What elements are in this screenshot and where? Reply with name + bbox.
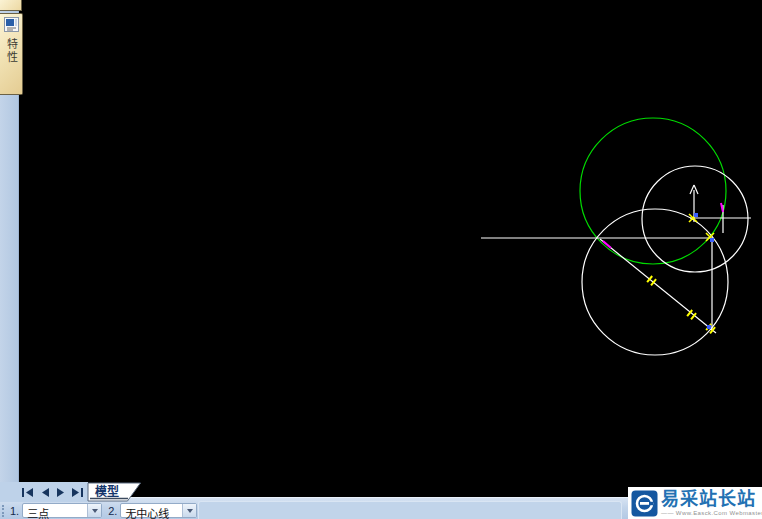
toolbar-grip-handle[interactable] [2,505,4,517]
grip-square-marker [710,238,714,242]
field-1-value: 三点 [23,504,87,517]
application-window: 特性 1. 三点 2. 无中心线 [0,0,762,519]
properties-palette-icon [4,17,19,32]
chevron-down-icon [92,509,98,513]
field-2-dropdown-button[interactable] [182,504,196,517]
tab-model-label: 模型 [95,484,119,499]
grip-square-marker [694,213,698,217]
tab-model[interactable]: 模型 [88,483,141,501]
cad-circle [580,118,726,264]
watermark-subtitle: —— Www.Easck.Com Webmaster [661,510,762,516]
chevron-down-icon [187,509,193,513]
watermark-title: 易采站长站 [661,490,762,509]
tracking-dash-marker [721,203,723,212]
field-2-index-label: 2. [108,505,117,517]
field-1-dropdown-button[interactable] [87,504,101,517]
cad-drawing[interactable] [0,0,762,519]
field-2-value: 无中心线 [121,504,182,517]
field-2-combobox[interactable]: 无中心线 [120,503,197,518]
properties-palette-tab[interactable]: 特性 [0,13,23,95]
cad-line [600,239,716,333]
easck-logo-icon [631,490,658,517]
layout-tab-bar: 模型 [0,482,145,502]
field-1-combobox[interactable]: 三点 [22,503,102,518]
watermark-texts: 易采站长站 —— Www.Easck.Com Webmaster [661,490,762,516]
grip-square-marker [707,325,711,329]
watermark-badge: 易采站长站 —— Www.Easck.Com Webmaster [628,487,762,519]
docked-palette-tab-fragment[interactable] [0,0,22,11]
field-1-index-label: 1. [10,505,19,517]
properties-tab-label: 特性 [6,38,17,64]
